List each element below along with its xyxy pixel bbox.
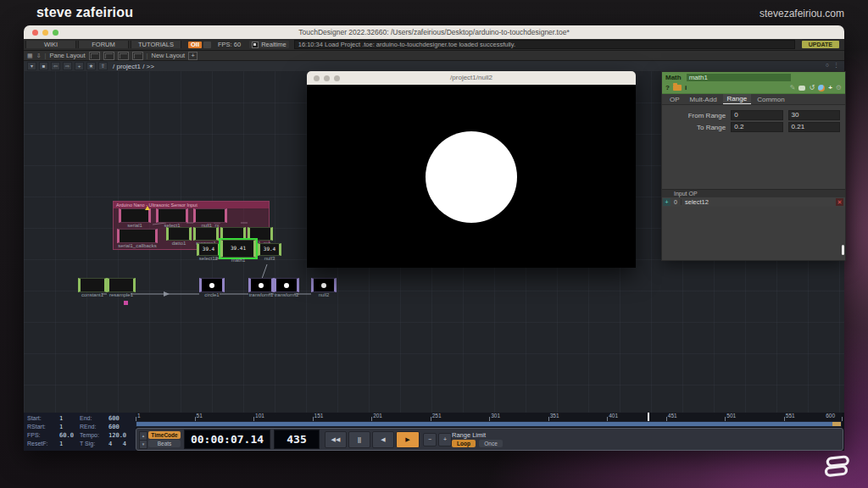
panel-scrollbar[interactable] (842, 245, 844, 255)
input-op-value[interactable]: select12 (682, 198, 836, 206)
node-select12[interactable]: 39.4 select12 (197, 243, 220, 256)
tab-mult-add[interactable]: Mult-Add (686, 95, 721, 104)
timeline-field-value[interactable]: 120.0 (108, 432, 126, 439)
zoom-window-icon[interactable] (53, 30, 58, 36)
node-null3[interactable]: 39.4 null3 (258, 243, 281, 256)
up-level-icon[interactable]: ⇧ (98, 62, 108, 70)
window-titlebar[interactable]: TouchDesigner 2022.32660: /Users/zafeiri… (24, 25, 844, 39)
tab-op[interactable]: OP (665, 95, 684, 104)
from-range-min-field[interactable]: 0 (731, 110, 782, 120)
realtime-checkbox-icon[interactable] (252, 42, 259, 48)
layout-preset-3[interactable] (118, 52, 129, 60)
pane-type-dropdown-icon[interactable]: ▾ (27, 62, 36, 70)
desktop: steve zafeiriou stevezafeiriou.com Touch… (0, 0, 868, 488)
speed-minus-button[interactable]: − (423, 433, 437, 446)
add-parameter-icon[interactable]: + (828, 84, 832, 92)
to-range-min-field[interactable]: 0.2 (731, 122, 782, 132)
save-layout-icon[interactable]: ⇩ (36, 52, 42, 59)
pause-button[interactable]: || (348, 431, 370, 448)
viewer-minimize-icon[interactable] (324, 75, 330, 81)
step-back-button[interactable]: ◀ (372, 431, 394, 448)
mini-down-icon[interactable]: ▾ (139, 440, 147, 449)
node-transform1[interactable]: transform1 (248, 278, 274, 292)
node-math1[interactable]: 39.41 math1 (220, 240, 256, 258)
tab-range[interactable]: Range (723, 94, 752, 104)
edit-icon[interactable]: ✎ (790, 84, 796, 92)
star-icon[interactable]: ★ (86, 62, 96, 70)
viewer-window[interactable]: /project1/null2 (307, 71, 636, 268)
back-arrow-icon[interactable]: ⇦ (51, 62, 60, 70)
forward-arrow-icon[interactable]: ⇨ (63, 62, 72, 70)
dim-toggle-icon[interactable] (203, 42, 211, 48)
range-end-handle[interactable] (832, 422, 841, 426)
node-serial1-callbacks[interactable]: serial1_callbacks (117, 229, 158, 243)
node-serial1[interactable]: serial1 (119, 208, 151, 223)
layout-preset-4[interactable] (132, 52, 143, 60)
menu-wiki[interactable]: WIKI (25, 41, 76, 48)
timeline-field-value[interactable]: 4 4 (108, 441, 126, 447)
pane-split-icon[interactable]: ▦ (27, 52, 33, 59)
layout-preset-2[interactable] (103, 52, 114, 60)
rendered-circle (426, 131, 517, 223)
to-range-max-field[interactable]: 0.21 (788, 122, 840, 132)
node-transform2[interactable]: transform2 (274, 278, 299, 292)
info-icon[interactable]: i (685, 84, 687, 92)
node-null2[interactable]: null2 (311, 278, 337, 292)
gear-icon[interactable]: ⚙ (836, 84, 842, 92)
node-constant1[interactable]: constant1 (78, 278, 107, 292)
once-button[interactable]: Once (479, 440, 503, 447)
timeline-field-value[interactable]: 1 (59, 441, 63, 447)
network-path[interactable]: / project1 / >> (113, 63, 154, 70)
node-rename1[interactable]: rename1 (193, 227, 219, 241)
from-range-max-field[interactable]: 30 (788, 110, 840, 120)
node-null1-rx[interactable]: null1_rx (193, 208, 227, 223)
timecode-mode-button[interactable]: TimeCode (148, 431, 181, 439)
node-circle1[interactable]: circle1 (199, 278, 225, 292)
pane-menu-icon[interactable]: ⋮ (833, 62, 839, 69)
node-null1-out[interactable]: null1_out (248, 227, 273, 241)
playhead[interactable] (648, 413, 649, 421)
remove-input-icon[interactable]: ✕ (836, 198, 843, 206)
speed-plus-button[interactable]: + (438, 433, 452, 446)
update-button[interactable]: UPDATE (802, 41, 839, 48)
midi-toggle[interactable]: OII (188, 42, 202, 48)
play-button[interactable]: ▶ (396, 431, 420, 448)
timeline-range-bar[interactable] (136, 421, 842, 427)
viewer-zoom-icon[interactable] (334, 75, 340, 81)
parameter-header[interactable]: Math math1 (662, 72, 845, 82)
viewer-close-icon[interactable] (314, 75, 320, 81)
input-op-row[interactable]: + 0 select12 ✕ (662, 197, 845, 207)
help-icon[interactable]: ? (665, 84, 670, 92)
folder-icon[interactable] (673, 85, 682, 91)
beats-mode-button[interactable]: Beats (148, 440, 181, 447)
minimize-window-icon[interactable] (42, 30, 48, 36)
timeline-field-value[interactable]: 1 (59, 424, 63, 430)
node-resample1[interactable]: resample1 (107, 278, 136, 292)
timeline-field-value[interactable]: 600 (108, 415, 120, 422)
node-select11[interactable]: select11 (220, 227, 246, 241)
menu-forum[interactable]: FORUM (78, 41, 129, 48)
timeline-field-value[interactable]: 1 (59, 415, 63, 422)
add-bookmark-icon[interactable]: + (75, 62, 84, 70)
frame-display[interactable]: 435 (274, 430, 320, 449)
pane-options-icon[interactable]: ○ (826, 62, 829, 69)
rewind-button[interactable]: ◀◀ (325, 431, 347, 448)
loop-button[interactable]: Loop (452, 440, 476, 447)
layout-preset-1[interactable] (89, 52, 100, 60)
recycle-icon[interactable]: ↺ (809, 84, 815, 92)
viewer-titlebar[interactable]: /project1/null2 (307, 71, 636, 85)
node-datto1[interactable]: datto1 (166, 227, 192, 241)
tab-common[interactable]: Common (753, 95, 788, 104)
realtime-toggle[interactable]: Realtime (249, 41, 289, 48)
add-layout-button[interactable]: + (188, 52, 198, 60)
timeline-field-value[interactable]: 60.0 (59, 432, 74, 439)
node-select1[interactable]: select1 (156, 208, 188, 223)
add-input-icon[interactable]: + (663, 198, 670, 206)
op-name-field[interactable]: math1 (687, 74, 791, 81)
menu-tutorials[interactable]: TUTORIALS (131, 41, 181, 48)
close-window-icon[interactable] (32, 30, 38, 36)
language-icon[interactable] (818, 85, 825, 92)
stop-icon[interactable]: ■ (39, 62, 48, 70)
comment-icon[interactable] (798, 86, 805, 91)
timeline-field-value[interactable]: 600 (108, 424, 120, 430)
